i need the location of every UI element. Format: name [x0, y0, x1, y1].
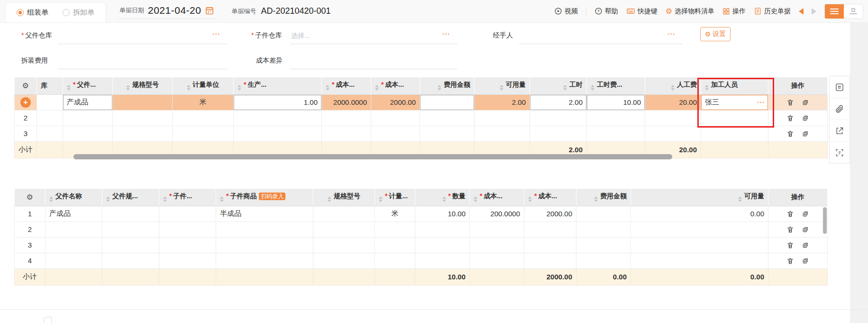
handler-input[interactable]	[519, 28, 683, 41]
table2-r2-parent-spec[interactable]	[102, 221, 159, 237]
calendar-icon[interactable]	[205, 6, 214, 15]
table1-r2-worker[interactable]	[701, 110, 768, 126]
table2-r3-parent-spec[interactable]	[102, 237, 159, 253]
table2-r3-total-cost[interactable]	[524, 237, 576, 253]
table2-r3-spec[interactable]	[313, 237, 375, 253]
table1-col-unit[interactable]: 计量单位	[173, 77, 234, 94]
draft-button[interactable]: 草	[830, 76, 850, 98]
table2-r1-parent-spec[interactable]	[102, 206, 159, 221]
table1-r3-prod-qty[interactable]	[234, 126, 322, 141]
table1-r3-hour-rate[interactable]	[587, 126, 645, 141]
table1-r1-fee[interactable]	[420, 94, 475, 110]
table2-r4-qty[interactable]	[415, 253, 470, 268]
table2-r3-child-product[interactable]	[216, 237, 313, 253]
table2-r2-total-cost[interactable]	[524, 221, 576, 237]
delete-row-icon[interactable]	[786, 241, 794, 249]
help-button[interactable]: ? 帮助	[594, 7, 618, 16]
table1-col-spec[interactable]: 规格型号	[113, 77, 173, 94]
table1-r2-available[interactable]	[475, 110, 530, 126]
cell-picker-dots[interactable]: ···	[757, 99, 765, 106]
table1-col-unit-cost[interactable]: *成本...	[322, 77, 371, 94]
table1-col-fee[interactable]: 费用金额	[420, 77, 475, 94]
table1-r3-unit[interactable]	[173, 126, 234, 141]
parent-warehouse-input[interactable]	[58, 28, 228, 41]
order-type-radio-disassemble[interactable]: 拆卸单	[63, 8, 94, 17]
table1-r3-hours[interactable]	[530, 126, 587, 141]
table1-col-labor[interactable]: 人工费	[645, 77, 701, 94]
copy-row-icon[interactable]	[802, 99, 809, 106]
add-row-button[interactable]: +	[20, 97, 31, 108]
table2-r1-spec[interactable]	[313, 206, 375, 221]
table2-col-ops[interactable]: 操作	[768, 189, 828, 206]
table1-r1-labor[interactable]: 20.00	[645, 94, 701, 110]
table1-r2-prod-qty[interactable]	[234, 110, 322, 126]
table2-col-unit-cost[interactable]: *成本...	[470, 189, 524, 206]
copy-row-icon[interactable]	[802, 114, 809, 122]
table1-r3-fee[interactable]	[420, 126, 475, 141]
table2-r1-ops[interactable]	[768, 206, 828, 221]
delete-row-icon[interactable]	[786, 226, 794, 233]
table1-r1-total-cost[interactable]: 2000.00	[371, 94, 420, 110]
table1-col-ops[interactable]: 操作	[768, 77, 828, 94]
table1-r1-prod-qty[interactable]: 1.00	[234, 94, 322, 110]
table2-r1-unit-cost[interactable]: 200.0000	[470, 206, 524, 221]
delete-row-icon[interactable]	[786, 99, 794, 106]
table2-col-fee[interactable]: 费用金额	[576, 189, 631, 206]
next-arrow-button[interactable]	[812, 8, 816, 15]
table2-col-parent-name[interactable]: 父件名称	[46, 189, 102, 206]
table2-r3-available[interactable]	[631, 237, 768, 253]
settings-button[interactable]: ⚙ 设置	[700, 27, 731, 41]
table1-col-available[interactable]: 可用量	[475, 77, 530, 94]
table2-r3-parent-name[interactable]	[46, 237, 102, 253]
table1-r1-hour-rate[interactable]: 10.00	[587, 94, 645, 110]
delete-row-icon[interactable]	[786, 257, 794, 265]
table2-r1-total-cost[interactable]: 2000.00	[524, 206, 576, 221]
history-button[interactable]: 历史单据	[754, 7, 791, 16]
cost-diff-input[interactable]	[290, 54, 457, 66]
table2-r4-parent-name[interactable]	[46, 253, 102, 268]
operate-button[interactable]: 操作	[722, 7, 746, 16]
table1-r2-ops[interactable]	[768, 110, 828, 126]
table1-r3-ops[interactable]	[768, 126, 828, 141]
doc-date-field[interactable]: 单据日期 2021-04-20	[119, 4, 217, 19]
table1-r2-unit[interactable]	[173, 110, 234, 126]
copy-row-icon[interactable]	[802, 257, 809, 265]
table2-r1-unit[interactable]: 米	[375, 206, 415, 221]
table2-r1-available[interactable]: 0.00	[631, 206, 768, 221]
table2-r1-child-product[interactable]: 半成品	[216, 206, 313, 221]
table2-r4-unit-cost[interactable]	[470, 253, 524, 268]
table2-r2-child-product[interactable]	[216, 221, 313, 237]
table2-r4-spec[interactable]	[313, 253, 375, 268]
table1-r1-ops[interactable]	[768, 94, 828, 110]
table1-r2-hours[interactable]	[530, 110, 587, 126]
handler-picker-dots[interactable]: ···	[667, 30, 676, 38]
copy-row-icon[interactable]	[802, 130, 809, 138]
table1-r1-unit-cost[interactable]: 2000.0000	[322, 94, 371, 110]
table1-r3-worker[interactable]	[701, 126, 768, 141]
table1-r1-warehouse[interactable]	[37, 94, 63, 110]
table2-r2-ops[interactable]	[768, 221, 828, 237]
table1-r3-spec[interactable]	[113, 126, 173, 141]
table2-r3-ops[interactable]	[768, 237, 828, 253]
table2-r2-unit[interactable]	[375, 221, 415, 237]
table1-col-total-cost[interactable]: *成本...	[371, 77, 420, 94]
table1-r1-worker[interactable]: 张三···	[701, 94, 768, 110]
table1-col-hour-rate[interactable]: 工时费...	[587, 77, 645, 94]
table2-r3-fee[interactable]	[576, 237, 631, 253]
table1-r3-warehouse[interactable]	[37, 126, 63, 141]
delete-row-icon[interactable]	[786, 210, 794, 218]
order-type-radio-assemble[interactable]: 组装单	[17, 8, 48, 17]
table1-col-warehouse[interactable]: 库	[37, 77, 63, 94]
parent-warehouse-picker-dots[interactable]: ···	[212, 30, 220, 38]
table2-col-spec[interactable]: 规格型号	[313, 189, 375, 206]
table2-col-available[interactable]: 可用量	[631, 189, 768, 206]
doc-date-value[interactable]: 2021-04-20	[148, 5, 201, 16]
vertical-scrollbar[interactable]	[823, 207, 827, 234]
external-link-button[interactable]	[830, 120, 850, 142]
table2-r4-available[interactable]	[631, 253, 768, 268]
child-warehouse-picker-dots[interactable]: ···	[442, 30, 450, 38]
table1-r3-parent-item[interactable]	[63, 126, 113, 141]
table2-r3-unit-cost[interactable]	[470, 237, 524, 253]
table1-r3-available[interactable]	[475, 126, 530, 141]
table2-r2-unit-cost[interactable]	[470, 221, 524, 237]
